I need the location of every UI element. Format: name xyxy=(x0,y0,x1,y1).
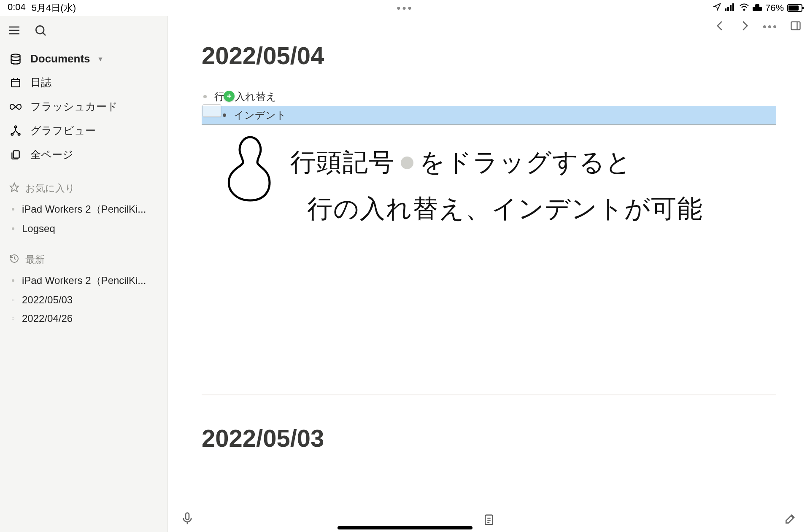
handwriting-text: 行頭記号 xyxy=(290,146,395,180)
menu-icon[interactable] xyxy=(8,24,21,37)
bullet-text[interactable]: インデント xyxy=(234,108,286,122)
location-icon xyxy=(713,3,721,14)
svg-point-17 xyxy=(15,126,17,128)
sidebar-item-flashcards[interactable]: フラッシュカード xyxy=(0,95,167,119)
add-indicator-icon: + xyxy=(224,91,235,102)
bullet-row-selected[interactable]: インデント xyxy=(202,106,776,125)
main-area: ••• 2022/05/04 + 行の入れ替え インデント xyxy=(168,16,810,532)
hand-pointer-drawing-icon xyxy=(214,133,286,205)
nav-label: 日誌 xyxy=(30,76,51,89)
recent-header[interactable]: 最新 xyxy=(0,249,167,270)
camera-control-icon xyxy=(753,3,762,14)
svg-rect-6 xyxy=(755,4,759,7)
documents-label: Documents xyxy=(30,52,90,65)
drag-ghost-icon[interactable] xyxy=(202,104,221,117)
svg-rect-0 xyxy=(725,8,726,11)
bullet-dot-icon[interactable] xyxy=(223,113,226,117)
bullet-row[interactable]: 行の入れ替え xyxy=(202,87,776,106)
nav-forward-button[interactable] xyxy=(738,19,751,34)
nav-back-button[interactable] xyxy=(714,19,726,34)
svg-marker-21 xyxy=(10,183,19,192)
documents-dropdown[interactable]: Documents ▾ xyxy=(0,47,167,70)
database-icon xyxy=(9,53,22,65)
svg-line-11 xyxy=(43,32,46,35)
multitask-dots-icon[interactable]: ••• xyxy=(397,2,413,15)
handwriting-annotation: 行頭記号 をドラッグすると 行の入れ替え、インデントが可能 xyxy=(202,133,776,259)
pages-icon xyxy=(9,149,22,160)
more-icon[interactable]: ••• xyxy=(763,20,778,33)
battery-percent: 76% xyxy=(765,3,784,14)
sidebar: Documents ▾ 日誌 フラッシュカード グラフビュー 全ページ xyxy=(0,16,168,532)
svg-point-10 xyxy=(36,26,44,34)
svg-rect-13 xyxy=(11,79,20,86)
sidebar-item-allpages[interactable]: 全ページ xyxy=(0,143,167,167)
infinity-icon xyxy=(9,103,22,111)
document-icon[interactable] xyxy=(483,513,495,528)
favorite-item[interactable]: iPad Workers 2（PencilKi... xyxy=(0,199,167,219)
page-title[interactable]: 2022/05/03 xyxy=(202,424,776,452)
sidebar-item-journal[interactable]: 日誌 xyxy=(0,70,167,95)
history-icon xyxy=(9,254,19,266)
status-time: 0:04 xyxy=(8,2,26,14)
cell-signal-icon xyxy=(725,3,736,14)
calendar-icon xyxy=(9,77,22,88)
graph-icon xyxy=(9,125,22,137)
handwriting-text: をドラッグすると xyxy=(419,146,632,180)
svg-rect-5 xyxy=(753,7,762,11)
recent-item[interactable]: 2022/04/26 xyxy=(0,309,167,328)
status-bar: 0:04 5月4日(水) ••• 76% xyxy=(0,0,810,16)
svg-rect-2 xyxy=(730,5,732,11)
compose-icon[interactable] xyxy=(784,512,797,527)
status-date: 5月4日(水) xyxy=(32,2,76,14)
search-icon[interactable] xyxy=(34,24,47,37)
favorite-item[interactable]: Logseq xyxy=(0,219,167,238)
section-divider xyxy=(202,394,776,395)
svg-rect-1 xyxy=(727,7,729,11)
recent-item[interactable]: 2022/05/03 xyxy=(0,291,167,309)
page-title[interactable]: 2022/05/04 xyxy=(202,41,776,70)
nav-label: グラフビュー xyxy=(30,124,96,138)
home-indicator[interactable] xyxy=(338,526,472,529)
handwriting-dot-icon xyxy=(401,157,413,169)
svg-rect-20 xyxy=(14,151,19,158)
handwriting-text: 行の入れ替え、インデントが可能 xyxy=(307,192,703,226)
sidebar-item-graph[interactable]: グラフビュー xyxy=(0,119,167,143)
bullet-dot-icon[interactable] xyxy=(203,95,207,98)
nav-label: 全ページ xyxy=(30,148,73,162)
svg-point-12 xyxy=(11,54,20,57)
nav-label: フラッシュカード xyxy=(30,100,118,113)
svg-point-4 xyxy=(743,9,745,11)
chevron-down-icon: ▾ xyxy=(99,55,102,63)
battery-icon xyxy=(787,4,802,12)
svg-rect-22 xyxy=(791,22,800,30)
star-icon xyxy=(9,182,19,195)
svg-rect-3 xyxy=(732,3,734,11)
wifi-icon xyxy=(739,3,749,14)
right-panel-toggle-icon[interactable] xyxy=(790,20,802,33)
recent-item[interactable]: iPad Workers 2（PencilKi... xyxy=(0,270,167,291)
favorites-header[interactable]: お気に入り xyxy=(0,178,167,199)
bullet-list: + 行の入れ替え インデント xyxy=(202,87,776,125)
